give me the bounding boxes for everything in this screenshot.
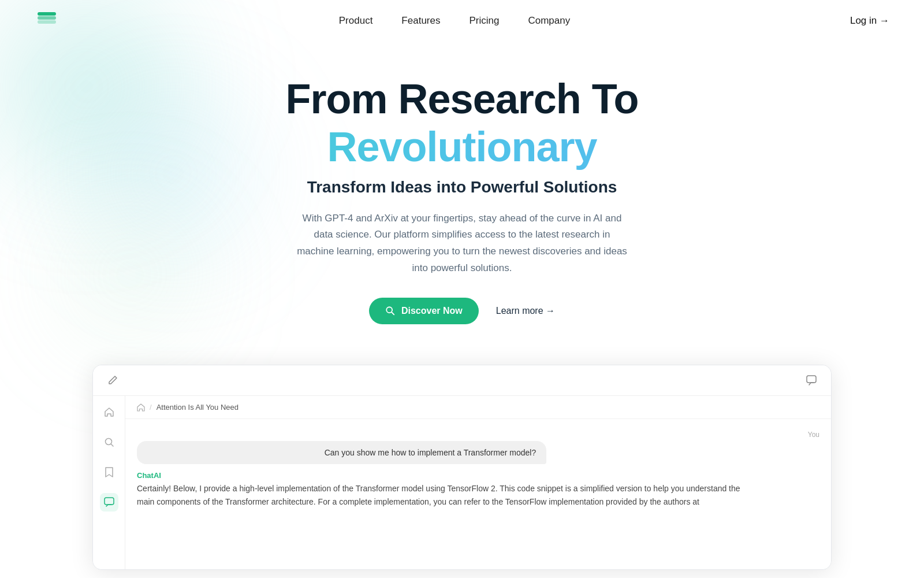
discover-search-icon	[385, 306, 396, 316]
chat-you-section: You Can you show me how to implement a T…	[137, 431, 819, 464]
svg-rect-0	[38, 20, 56, 24]
app-toolbar	[93, 365, 831, 396]
nav-links: Product Features Pricing Company	[339, 15, 570, 27]
sidebar-home-icon[interactable]	[100, 403, 118, 421]
app-breadcrumb: / Attention Is All You Need	[125, 396, 831, 419]
logo-icon	[35, 9, 59, 33]
nav-company[interactable]: Company	[528, 15, 570, 27]
app-main: / Attention Is All You Need You Can you …	[125, 396, 831, 569]
hero-section: From Research To Revolutionary Transform…	[0, 42, 924, 347]
chat-you-label: You	[137, 431, 819, 439]
app-sidebar	[93, 396, 125, 569]
svg-rect-5	[807, 376, 816, 383]
learn-more-button[interactable]: Learn more →	[496, 306, 555, 316]
hero-title-line2: Revolutionary	[12, 122, 912, 172]
app-body: / Attention Is All You Need You Can you …	[93, 396, 831, 569]
logo[interactable]	[35, 9, 59, 33]
login-button[interactable]: Log in →	[850, 15, 889, 27]
hero-actions: Discover Now Learn more →	[12, 298, 912, 324]
svg-point-6	[105, 439, 111, 445]
app-preview-wrapper: / Attention Is All You Need You Can you …	[0, 365, 924, 570]
app-preview: / Attention Is All You Need You Can you …	[92, 365, 832, 570]
chat-area: You Can you show me how to implement a T…	[125, 419, 831, 569]
nav-product[interactable]: Product	[339, 15, 373, 27]
navbar: Product Features Pricing Company Log in …	[0, 0, 924, 42]
breadcrumb-current: Attention Is All You Need	[157, 403, 239, 412]
chat-bubble-icon[interactable]	[803, 372, 819, 388]
svg-line-7	[111, 444, 113, 447]
sidebar-chat-icon[interactable]	[100, 493, 118, 512]
svg-rect-2	[38, 12, 56, 16]
sidebar-bookmark-icon[interactable]	[100, 463, 118, 481]
chat-ai-label: ChatAI	[137, 471, 819, 480]
chat-ai-section: ChatAI Certainly! Below, I provide a hig…	[137, 471, 819, 508]
hero-description: With GPT-4 and ArXiv at your fingertips,…	[295, 210, 629, 277]
breadcrumb-home-icon	[137, 403, 145, 412]
nav-features[interactable]: Features	[401, 15, 440, 27]
svg-rect-8	[105, 498, 114, 505]
breadcrumb-separator: /	[150, 403, 152, 412]
sidebar-search-icon[interactable]	[100, 433, 118, 451]
pencil-icon[interactable]	[105, 372, 121, 388]
hero-title-line1: From Research To	[12, 76, 912, 122]
nav-pricing[interactable]: Pricing	[469, 15, 499, 27]
discover-now-button[interactable]: Discover Now	[369, 298, 479, 324]
chat-user-message: Can you show me how to implement a Trans…	[137, 441, 546, 464]
svg-rect-1	[38, 16, 56, 20]
hero-subtitle: Transform Ideas into Powerful Solutions	[12, 178, 912, 197]
chat-ai-message: Certainly! Below, I provide a high-level…	[137, 482, 751, 508]
svg-line-4	[392, 312, 394, 314]
